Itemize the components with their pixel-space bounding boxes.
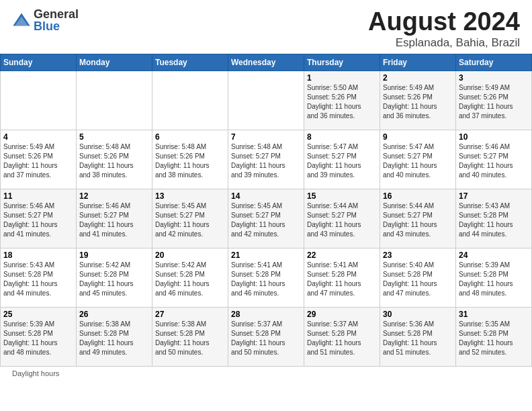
day-info: Sunrise: 5:39 AM Sunset: 5:28 PM Dayligh… xyxy=(3,320,73,357)
calendar-cell: 12Sunrise: 5:46 AM Sunset: 5:27 PM Dayli… xyxy=(77,189,152,248)
day-number: 22 xyxy=(307,250,377,260)
day-info: Sunrise: 5:37 AM Sunset: 5:28 PM Dayligh… xyxy=(231,320,301,357)
day-info: Sunrise: 5:38 AM Sunset: 5:28 PM Dayligh… xyxy=(79,320,149,357)
calendar-cell: 2Sunrise: 5:49 AM Sunset: 5:26 PM Daylig… xyxy=(380,71,456,130)
calendar-cell: 28Sunrise: 5:37 AM Sunset: 5:28 PM Dayli… xyxy=(228,307,304,366)
day-number: 3 xyxy=(459,73,529,83)
day-info: Sunrise: 5:47 AM Sunset: 5:27 PM Dayligh… xyxy=(307,142,377,180)
calendar-cell: 4Sunrise: 5:49 AM Sunset: 5:26 PM Daylig… xyxy=(1,130,77,189)
day-number: 14 xyxy=(231,191,301,201)
calendar-cell: 6Sunrise: 5:48 AM Sunset: 5:26 PM Daylig… xyxy=(152,130,228,189)
calendar-cell: 13Sunrise: 5:45 AM Sunset: 5:27 PM Dayli… xyxy=(152,189,228,248)
calendar-cell: 20Sunrise: 5:42 AM Sunset: 5:28 PM Dayli… xyxy=(152,248,228,307)
day-info: Sunrise: 5:46 AM Sunset: 5:27 PM Dayligh… xyxy=(459,142,529,180)
calendar-cell: 16Sunrise: 5:44 AM Sunset: 5:27 PM Dayli… xyxy=(380,189,456,248)
calendar-cell: 9Sunrise: 5:47 AM Sunset: 5:27 PM Daylig… xyxy=(380,130,456,189)
calendar-cell: 31Sunrise: 5:35 AM Sunset: 5:28 PM Dayli… xyxy=(456,307,532,366)
day-number: 9 xyxy=(383,132,453,142)
calendar-cell: 1Sunrise: 5:50 AM Sunset: 5:26 PM Daylig… xyxy=(304,71,380,130)
calendar-cell: 25Sunrise: 5:39 AM Sunset: 5:28 PM Dayli… xyxy=(1,307,77,366)
calendar-cell: 18Sunrise: 5:43 AM Sunset: 5:28 PM Dayli… xyxy=(1,248,77,307)
calendar-cell: 8Sunrise: 5:47 AM Sunset: 5:27 PM Daylig… xyxy=(304,130,380,189)
day-info: Sunrise: 5:44 AM Sunset: 5:27 PM Dayligh… xyxy=(383,201,453,239)
calendar-table: SundayMondayTuesdayWednesdayThursdayFrid… xyxy=(0,54,532,367)
calendar-cell: 11Sunrise: 5:46 AM Sunset: 5:27 PM Dayli… xyxy=(1,189,77,248)
day-number: 19 xyxy=(79,250,149,260)
calendar-cell: 15Sunrise: 5:44 AM Sunset: 5:27 PM Dayli… xyxy=(304,189,380,248)
logo-blue-text: Blue xyxy=(34,20,79,32)
calendar-cell: 26Sunrise: 5:38 AM Sunset: 5:28 PM Dayli… xyxy=(77,307,152,366)
calendar-cell: 29Sunrise: 5:37 AM Sunset: 5:28 PM Dayli… xyxy=(304,307,380,366)
header: General Blue August 2024 Esplanada, Bahi… xyxy=(0,0,532,54)
calendar-cell: 10Sunrise: 5:46 AM Sunset: 5:27 PM Dayli… xyxy=(456,130,532,189)
day-info: Sunrise: 5:39 AM Sunset: 5:28 PM Dayligh… xyxy=(459,261,529,298)
day-number: 10 xyxy=(459,132,529,142)
day-info: Sunrise: 5:47 AM Sunset: 5:27 PM Dayligh… xyxy=(383,142,453,180)
day-number: 28 xyxy=(231,310,301,319)
calendar-cell: 27Sunrise: 5:38 AM Sunset: 5:28 PM Dayli… xyxy=(152,307,228,366)
calendar-cell: 7Sunrise: 5:48 AM Sunset: 5:27 PM Daylig… xyxy=(228,130,304,189)
day-number: 29 xyxy=(307,310,377,319)
day-number: 23 xyxy=(383,250,453,260)
calendar-cell: 21Sunrise: 5:41 AM Sunset: 5:28 PM Dayli… xyxy=(228,248,304,307)
day-info: Sunrise: 5:49 AM Sunset: 5:26 PM Dayligh… xyxy=(383,83,453,121)
day-number: 12 xyxy=(79,191,149,201)
day-number: 7 xyxy=(231,132,301,142)
logo: General Blue xyxy=(12,8,79,32)
day-info: Sunrise: 5:45 AM Sunset: 5:27 PM Dayligh… xyxy=(155,201,225,239)
day-of-week-header: Tuesday xyxy=(152,54,228,71)
day-number: 2 xyxy=(383,73,453,83)
day-info: Sunrise: 5:48 AM Sunset: 5:27 PM Dayligh… xyxy=(231,142,301,180)
title-block: August 2024 Esplanada, Bahia, Brazil xyxy=(368,8,520,50)
day-number: 26 xyxy=(79,310,149,319)
day-info: Sunrise: 5:49 AM Sunset: 5:26 PM Dayligh… xyxy=(459,83,529,121)
day-number: 16 xyxy=(383,191,453,201)
day-number: 5 xyxy=(79,132,149,142)
day-number: 11 xyxy=(3,191,73,201)
subtitle: Esplanada, Bahia, Brazil xyxy=(368,36,520,50)
day-info: Sunrise: 5:48 AM Sunset: 5:26 PM Dayligh… xyxy=(155,142,225,180)
calendar-cell: 17Sunrise: 5:43 AM Sunset: 5:28 PM Dayli… xyxy=(456,189,532,248)
day-number: 25 xyxy=(3,310,73,319)
day-info: Sunrise: 5:43 AM Sunset: 5:28 PM Dayligh… xyxy=(3,261,73,298)
day-info: Sunrise: 5:35 AM Sunset: 5:28 PM Dayligh… xyxy=(459,320,529,357)
day-info: Sunrise: 5:48 AM Sunset: 5:26 PM Dayligh… xyxy=(79,142,149,180)
day-number: 15 xyxy=(307,191,377,201)
day-info: Sunrise: 5:42 AM Sunset: 5:28 PM Dayligh… xyxy=(155,261,225,298)
day-info: Sunrise: 5:36 AM Sunset: 5:28 PM Dayligh… xyxy=(383,320,453,357)
calendar-cell xyxy=(228,71,304,130)
day-info: Sunrise: 5:40 AM Sunset: 5:28 PM Dayligh… xyxy=(383,261,453,298)
logo-general-text: General xyxy=(34,8,79,20)
daylight-label: Daylight hours xyxy=(12,369,59,377)
day-number: 4 xyxy=(3,132,73,142)
day-of-week-header: Wednesday xyxy=(228,54,304,71)
footer: Daylight hours xyxy=(0,367,532,380)
day-number: 21 xyxy=(231,250,301,260)
calendar-cell: 23Sunrise: 5:40 AM Sunset: 5:28 PM Dayli… xyxy=(380,248,456,307)
day-of-week-header: Saturday xyxy=(456,54,532,71)
day-number: 18 xyxy=(3,250,73,260)
day-info: Sunrise: 5:37 AM Sunset: 5:28 PM Dayligh… xyxy=(307,320,377,357)
calendar-cell: 30Sunrise: 5:36 AM Sunset: 5:28 PM Dayli… xyxy=(380,307,456,366)
day-info: Sunrise: 5:43 AM Sunset: 5:28 PM Dayligh… xyxy=(459,201,529,239)
calendar-cell: 3Sunrise: 5:49 AM Sunset: 5:26 PM Daylig… xyxy=(456,71,532,130)
day-number: 31 xyxy=(459,310,529,319)
day-number: 30 xyxy=(383,310,453,319)
day-number: 1 xyxy=(307,73,377,83)
calendar-cell: 19Sunrise: 5:42 AM Sunset: 5:28 PM Dayli… xyxy=(77,248,152,307)
day-of-week-header: Monday xyxy=(77,54,152,71)
day-number: 17 xyxy=(459,191,529,201)
calendar-cell: 14Sunrise: 5:45 AM Sunset: 5:27 PM Dayli… xyxy=(228,189,304,248)
day-number: 8 xyxy=(307,132,377,142)
calendar-cell: 5Sunrise: 5:48 AM Sunset: 5:26 PM Daylig… xyxy=(77,130,152,189)
day-info: Sunrise: 5:41 AM Sunset: 5:28 PM Dayligh… xyxy=(307,261,377,298)
day-info: Sunrise: 5:44 AM Sunset: 5:27 PM Dayligh… xyxy=(307,201,377,239)
day-number: 20 xyxy=(155,250,225,260)
calendar-cell: 22Sunrise: 5:41 AM Sunset: 5:28 PM Dayli… xyxy=(304,248,380,307)
day-info: Sunrise: 5:49 AM Sunset: 5:26 PM Dayligh… xyxy=(3,142,73,180)
day-info: Sunrise: 5:45 AM Sunset: 5:27 PM Dayligh… xyxy=(231,201,301,239)
day-of-week-header: Sunday xyxy=(1,54,77,71)
calendar-cell: 24Sunrise: 5:39 AM Sunset: 5:28 PM Dayli… xyxy=(456,248,532,307)
day-number: 27 xyxy=(155,310,225,319)
calendar-cell xyxy=(152,71,228,130)
